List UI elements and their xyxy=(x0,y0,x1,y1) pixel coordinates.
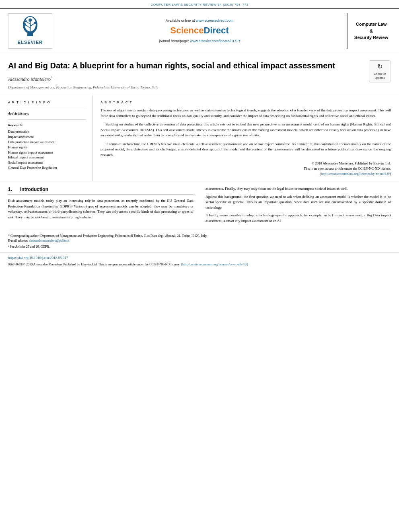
author-sup: * xyxy=(51,76,52,80)
title-content: AI and Big Data: A blueprint for a human… xyxy=(8,60,363,90)
license-url[interactable]: http://creativecommons.org/licenses/by-n… xyxy=(321,172,390,176)
journal-homepage-url[interactable]: www.elsevier.com/locate/CLSR xyxy=(190,39,240,43)
footer-license-url[interactable]: (http://creativecommons.org/licenses/by-… xyxy=(181,263,248,266)
doi-link[interactable]: https://doi.org/10.1016/j.clsr.2018.05.0… xyxy=(8,255,391,261)
available-online-text: Available online at www.sciencedirect.co… xyxy=(166,18,234,23)
intro-left-text: Risk assessment models today play an inc… xyxy=(8,198,193,220)
intro-left-column: 1. Introduction Risk assessment models t… xyxy=(8,186,202,226)
intro-right-text: assessments. Finally, they may only focu… xyxy=(206,186,391,224)
keyword-item: Impact assessment xyxy=(8,135,86,140)
footnote-1: ¹ See Articles 25 and 26, GDPR. xyxy=(8,244,391,249)
keywords-list: Data protection Impact assessment Data p… xyxy=(8,129,86,170)
author-name: Alessandro Mantelero* xyxy=(8,76,363,83)
journal-name-block: Computer Law & Security Review xyxy=(347,13,391,48)
check-updates-badge: ↻ Check for updates xyxy=(369,60,391,82)
intro-section-title: 1. Introduction xyxy=(8,186,193,195)
keyword-item: Social impact assessment xyxy=(8,160,86,165)
intro-para-right-1: assessments. Finally, they may only focu… xyxy=(206,186,391,192)
journal-homepage-line: journal homepage: www.elsevier.com/locat… xyxy=(159,39,240,44)
elsevier-logo: ELSEVIER xyxy=(8,13,52,48)
journal-header: ELSEVIER Available online at www.science… xyxy=(0,8,399,53)
svg-point-8 xyxy=(24,23,26,26)
journal-ref-text: COMPUTER LAW & SECURITY REVIEW 34 (2018)… xyxy=(151,3,249,6)
check-updates-icon: ↻ xyxy=(371,62,389,71)
intro-para-right-3: It hardly seems possible to adopt a tech… xyxy=(206,213,391,224)
elsevier-brand-text: ELSEVIER xyxy=(18,39,43,45)
elsevier-tree-icon xyxy=(16,16,44,38)
author-email-link[interactable]: alessandro.mantelero@polito.it xyxy=(29,239,69,242)
page-footer: https://doi.org/10.1016/j.clsr.2018.05.0… xyxy=(0,253,399,271)
journal-name-line1: Computer Law xyxy=(356,22,387,27)
affiliation: Department of Management and Production … xyxy=(8,85,363,90)
article-info-column: A R T I C L E I N F O Article history: K… xyxy=(8,95,93,181)
introduction-section: 1. Introduction Risk assessment models t… xyxy=(0,181,399,226)
article-history-label: Article history: xyxy=(8,111,86,116)
abstract-para-1: The use of algorithms in modern data pro… xyxy=(101,108,391,119)
abstract-text: The use of algorithms in modern data pro… xyxy=(101,108,391,158)
svg-point-10 xyxy=(25,21,27,23)
article-title: AI and Big Data: A blueprint for a human… xyxy=(8,60,363,71)
keyword-item: Ethical impact assessment xyxy=(8,155,86,160)
keyword-item: Human rights impact assessment xyxy=(8,150,86,155)
info-divider-1 xyxy=(8,108,86,108)
intro-para-1: Risk assessment models today play an inc… xyxy=(8,198,193,220)
sciencedirect-url[interactable]: www.sciencedirect.com xyxy=(196,18,234,23)
svg-point-7 xyxy=(29,18,32,22)
corresponding-author-footnote: * Corresponding author: Department of Ma… xyxy=(8,234,391,243)
abstract-header: A B S T R A C T xyxy=(101,100,391,105)
journal-name-line2: & xyxy=(370,29,373,33)
keyword-item: General Data Protection Regulation xyxy=(8,166,86,170)
journal-reference-bar: COMPUTER LAW & SECURITY REVIEW 34 (2018)… xyxy=(0,0,399,8)
abstract-column: A B S T R A C T The use of algorithms in… xyxy=(93,95,391,181)
email-label: E-mail address: xyxy=(8,239,28,242)
abstract-para-3: In terms of architecture, the HRESIA has… xyxy=(101,142,391,158)
keywords-label: Keywords: xyxy=(8,123,86,128)
intro-right-column: assessments. Finally, they may only focu… xyxy=(202,186,391,226)
keyword-item: Data protection impact assessment xyxy=(8,140,86,145)
sciencedirect-logo: ScienceDirect xyxy=(170,25,229,37)
intro-para-right-2: Against this background, the first quest… xyxy=(206,194,391,211)
footer-license-text: 0267-3649/© 2018 Alessandro Mantelero. P… xyxy=(8,262,391,267)
journal-name-line3: Security Review xyxy=(354,35,388,40)
title-section: AI and Big Data: A blueprint for a human… xyxy=(0,53,399,95)
header-center: Available online at www.sciencedirect.co… xyxy=(58,13,341,48)
article-page: COMPUTER LAW & SECURITY REVIEW 34 (2018)… xyxy=(0,0,399,532)
intro-title-text: Introduction xyxy=(20,186,48,193)
abstract-para-2: Building on studies of the collective di… xyxy=(101,122,391,138)
svg-point-9 xyxy=(34,22,36,24)
intro-section-number: 1. xyxy=(8,186,12,193)
copyright-text: © 2018 Alessandro Mantelero. Published b… xyxy=(101,161,391,176)
article-info-header: A R T I C L E I N F O xyxy=(8,100,86,105)
keyword-item: Human rights xyxy=(8,145,86,150)
footnote-section: * Corresponding author: Department of Ma… xyxy=(8,231,391,249)
info-divider-2 xyxy=(8,119,86,120)
article-body: A R T I C L E I N F O Article history: K… xyxy=(0,95,399,181)
keyword-item: Data protection xyxy=(8,129,86,134)
